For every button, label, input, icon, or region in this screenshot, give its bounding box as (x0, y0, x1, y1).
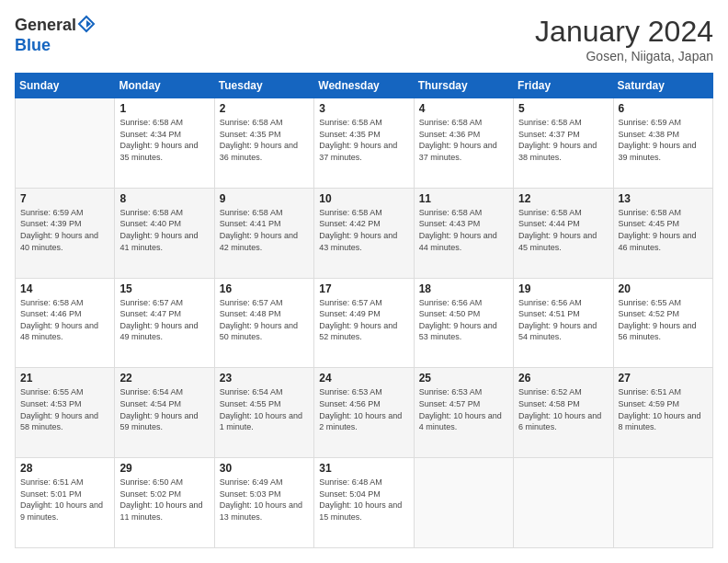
day-number: 8 (119, 192, 209, 205)
day-number: 15 (119, 282, 209, 295)
day-number: 25 (419, 372, 508, 385)
location: Gosen, Niigata, Japan (535, 49, 713, 63)
logo-general-text: General (15, 16, 76, 34)
day-number: 1 (119, 102, 209, 115)
calendar-cell (514, 458, 613, 548)
day-number: 6 (619, 102, 708, 115)
calendar-cell: 28Sunrise: 6:51 AMSunset: 5:01 PMDayligh… (16, 458, 115, 548)
day-number: 14 (20, 282, 109, 295)
day-number: 11 (419, 192, 508, 205)
day-info: Sunrise: 6:58 AMSunset: 4:46 PMDaylight:… (20, 297, 109, 343)
calendar-cell: 22Sunrise: 6:54 AMSunset: 4:54 PMDayligh… (115, 368, 214, 458)
day-info: Sunrise: 6:58 AMSunset: 4:40 PMDaylight:… (119, 207, 209, 253)
calendar-cell: 20Sunrise: 6:55 AMSunset: 4:52 PMDayligh… (613, 278, 712, 368)
header-friday: Friday (514, 74, 613, 98)
calendar-cell (414, 458, 513, 548)
calendar-cell: 29Sunrise: 6:50 AMSunset: 5:02 PMDayligh… (115, 458, 214, 548)
calendar-cell: 2Sunrise: 6:58 AMSunset: 4:35 PMDaylight… (214, 98, 313, 189)
day-number: 21 (20, 372, 109, 385)
day-info: Sunrise: 6:58 AMSunset: 4:34 PMDaylight:… (119, 117, 209, 163)
day-info: Sunrise: 6:55 AMSunset: 4:52 PMDaylight:… (619, 297, 708, 343)
calendar-cell: 18Sunrise: 6:56 AMSunset: 4:50 PMDayligh… (414, 278, 513, 368)
weekday-header-row: Sunday Monday Tuesday Wednesday Thursday… (16, 74, 713, 98)
calendar-cell: 19Sunrise: 6:56 AMSunset: 4:51 PMDayligh… (514, 278, 613, 368)
title-area: January 2024 Gosen, Niigata, Japan (535, 15, 713, 63)
day-info: Sunrise: 6:58 AMSunset: 4:41 PMDaylight:… (220, 207, 309, 253)
calendar-cell: 31Sunrise: 6:48 AMSunset: 5:04 PMDayligh… (314, 458, 414, 548)
header-monday: Monday (115, 74, 214, 98)
calendar-cell: 7Sunrise: 6:59 AMSunset: 4:39 PMDaylight… (16, 188, 115, 278)
day-info: Sunrise: 6:58 AMSunset: 4:43 PMDaylight:… (419, 207, 508, 253)
day-number: 18 (419, 282, 508, 295)
day-info: Sunrise: 6:59 AMSunset: 4:39 PMDaylight:… (20, 207, 109, 253)
day-info: Sunrise: 6:51 AMSunset: 5:01 PMDaylight:… (20, 477, 109, 523)
day-info: Sunrise: 6:57 AMSunset: 4:49 PMDaylight:… (319, 297, 408, 343)
day-info: Sunrise: 6:50 AMSunset: 5:02 PMDaylight:… (119, 477, 209, 523)
header-thursday: Thursday (414, 74, 513, 98)
logo: General Blue (15, 15, 97, 55)
day-info: Sunrise: 6:49 AMSunset: 5:03 PMDaylight:… (220, 477, 309, 523)
day-number: 10 (319, 192, 408, 205)
header-wednesday: Wednesday (314, 74, 414, 98)
calendar-cell: 23Sunrise: 6:54 AMSunset: 4:55 PMDayligh… (214, 368, 313, 458)
day-info: Sunrise: 6:55 AMSunset: 4:53 PMDaylight:… (20, 386, 109, 432)
day-number: 16 (220, 282, 309, 295)
day-info: Sunrise: 6:53 AMSunset: 4:56 PMDaylight:… (319, 386, 408, 432)
header-tuesday: Tuesday (214, 74, 313, 98)
calendar-cell: 9Sunrise: 6:58 AMSunset: 4:41 PMDaylight… (214, 188, 313, 278)
day-info: Sunrise: 6:59 AMSunset: 4:38 PMDaylight:… (619, 117, 708, 163)
day-info: Sunrise: 6:57 AMSunset: 4:47 PMDaylight:… (119, 297, 209, 343)
day-number: 19 (518, 282, 608, 295)
calendar-cell: 14Sunrise: 6:58 AMSunset: 4:46 PMDayligh… (16, 278, 115, 368)
day-info: Sunrise: 6:58 AMSunset: 4:35 PMDaylight:… (319, 117, 408, 163)
calendar-cell (16, 98, 115, 189)
day-info: Sunrise: 6:58 AMSunset: 4:37 PMDaylight:… (518, 117, 608, 163)
day-number: 13 (619, 192, 708, 205)
day-info: Sunrise: 6:51 AMSunset: 4:59 PMDaylight:… (619, 386, 708, 432)
calendar-cell: 12Sunrise: 6:58 AMSunset: 4:44 PMDayligh… (514, 188, 613, 278)
calendar-cell: 17Sunrise: 6:57 AMSunset: 4:49 PMDayligh… (314, 278, 414, 368)
calendar-cell: 13Sunrise: 6:58 AMSunset: 4:45 PMDayligh… (613, 188, 712, 278)
day-number: 30 (220, 462, 309, 475)
day-number: 2 (220, 102, 309, 115)
day-number: 23 (220, 372, 309, 385)
day-number: 4 (419, 102, 508, 115)
day-number: 3 (319, 102, 408, 115)
calendar-cell: 8Sunrise: 6:58 AMSunset: 4:40 PMDaylight… (115, 188, 214, 278)
header-sunday: Sunday (16, 74, 115, 98)
day-info: Sunrise: 6:48 AMSunset: 5:04 PMDaylight:… (319, 477, 408, 523)
day-info: Sunrise: 6:58 AMSunset: 4:44 PMDaylight:… (518, 207, 608, 253)
calendar-cell: 4Sunrise: 6:58 AMSunset: 4:36 PMDaylight… (414, 98, 513, 189)
calendar: Sunday Monday Tuesday Wednesday Thursday… (15, 73, 713, 548)
calendar-cell: 11Sunrise: 6:58 AMSunset: 4:43 PMDayligh… (414, 188, 513, 278)
month-title: January 2024 (535, 15, 713, 49)
day-info: Sunrise: 6:54 AMSunset: 4:55 PMDaylight:… (220, 386, 309, 432)
day-number: 22 (119, 372, 209, 385)
calendar-cell: 6Sunrise: 6:59 AMSunset: 4:38 PMDaylight… (613, 98, 712, 189)
day-info: Sunrise: 6:58 AMSunset: 4:45 PMDaylight:… (619, 207, 708, 253)
day-number: 31 (319, 462, 408, 475)
day-number: 7 (20, 192, 109, 205)
day-number: 27 (619, 372, 708, 385)
day-number: 5 (518, 102, 608, 115)
day-number: 20 (619, 282, 708, 295)
header-saturday: Saturday (613, 74, 712, 98)
day-number: 24 (319, 372, 408, 385)
day-number: 28 (20, 462, 109, 475)
day-info: Sunrise: 6:58 AMSunset: 4:42 PMDaylight:… (319, 207, 408, 253)
day-info: Sunrise: 6:58 AMSunset: 4:36 PMDaylight:… (419, 117, 508, 163)
day-number: 26 (518, 372, 608, 385)
day-info: Sunrise: 6:57 AMSunset: 4:48 PMDaylight:… (220, 297, 309, 343)
day-info: Sunrise: 6:58 AMSunset: 4:35 PMDaylight:… (220, 117, 309, 163)
calendar-cell: 26Sunrise: 6:52 AMSunset: 4:58 PMDayligh… (514, 368, 613, 458)
calendar-cell: 15Sunrise: 6:57 AMSunset: 4:47 PMDayligh… (115, 278, 214, 368)
calendar-cell: 25Sunrise: 6:53 AMSunset: 4:57 PMDayligh… (414, 368, 513, 458)
calendar-cell: 5Sunrise: 6:58 AMSunset: 4:37 PMDaylight… (514, 98, 613, 189)
calendar-cell (613, 458, 712, 548)
calendar-cell: 30Sunrise: 6:49 AMSunset: 5:03 PMDayligh… (214, 458, 313, 548)
day-number: 17 (319, 282, 408, 295)
calendar-cell: 21Sunrise: 6:55 AMSunset: 4:53 PMDayligh… (16, 368, 115, 458)
calendar-cell: 3Sunrise: 6:58 AMSunset: 4:35 PMDaylight… (314, 98, 414, 189)
logo-blue-text: Blue (15, 36, 51, 54)
day-number: 12 (518, 192, 608, 205)
